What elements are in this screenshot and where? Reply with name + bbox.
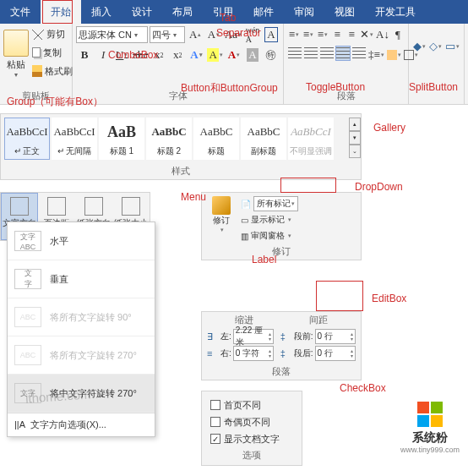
left-label: 左: bbox=[220, 331, 231, 342]
align-right-button[interactable] bbox=[319, 46, 335, 61]
replace-button[interactable]: ◇▾ bbox=[428, 37, 443, 56]
font-color-button[interactable]: A▾ bbox=[226, 46, 242, 64]
style-item[interactable]: AaBbCcI↵ 无间隔 bbox=[52, 118, 97, 160]
space-after-edit[interactable]: 0 行▴▾ bbox=[315, 346, 356, 361]
right-label: 右: bbox=[220, 347, 231, 359]
paste-button[interactable]: 粘贴 ▾ bbox=[3, 25, 29, 83]
enclose-char-button[interactable]: A bbox=[263, 25, 280, 44]
menu-item-vertical[interactable]: 文字垂直 bbox=[8, 260, 155, 298]
show-marks-button[interactable]: ¶ bbox=[391, 25, 405, 44]
menu-item-options[interactable]: ||A文字方向选项(X)... bbox=[8, 413, 155, 436]
decrease-indent-button[interactable]: ≡ bbox=[330, 25, 344, 44]
text-direction-menu: 文字 ABC水平 文字垂直 ABC将所有文字旋转 90° ABC将所有文字旋转 … bbox=[7, 222, 155, 437]
show-text-checkbox[interactable]: ✓ bbox=[210, 434, 220, 444]
style-item[interactable]: AaBbCcI↵ 正文 bbox=[4, 118, 50, 160]
pen-icon bbox=[212, 196, 231, 215]
site-url: www.tiny999.com bbox=[400, 446, 460, 454]
cut-button[interactable]: 剪切 bbox=[30, 25, 74, 42]
chevron-down-icon[interactable]: ▾ bbox=[349, 131, 361, 145]
bold-button[interactable]: B bbox=[76, 46, 93, 64]
show-markup-button[interactable]: ▭显示标记▾ bbox=[241, 212, 298, 227]
indent-right-edit[interactable]: 0 字符▴▾ bbox=[233, 346, 274, 361]
menu-item-asian-270[interactable]: 文字将中文字符旋转 270° bbox=[8, 375, 155, 413]
tracking-label: 修订 bbox=[207, 243, 356, 260]
chevron-up-icon[interactable]: ▴ bbox=[349, 118, 361, 131]
space-before-edit[interactable]: 0 行▴▾ bbox=[315, 329, 356, 344]
indent-left-edit[interactable]: 2.22 厘米▴▾ bbox=[233, 329, 274, 344]
first-page-checkbox[interactable] bbox=[210, 400, 220, 410]
line-spacing-button[interactable]: ‡≡▾ bbox=[367, 46, 385, 64]
tab-mailings[interactable]: 邮件 bbox=[243, 0, 284, 24]
style-item[interactable]: AaBbC标题 2 bbox=[146, 118, 192, 160]
group-paragraph: ≡▾ ≡▾ ≡▾ ≡ ≡ ✕▾ A↓ ¶ ‡≡▾ ▾ ▾ 段落 bbox=[284, 24, 409, 104]
style-item[interactable]: AaBbCcI不明显强调 bbox=[288, 118, 334, 160]
italic-button[interactable]: I bbox=[95, 46, 112, 64]
change-case-button[interactable]: Aa▾ bbox=[224, 25, 242, 44]
space-after-icon: ‡ bbox=[280, 347, 292, 359]
justify-button[interactable] bbox=[335, 46, 351, 61]
indent-left-icon: ∃ bbox=[207, 331, 219, 342]
gallery-spinner[interactable]: ▴▾⌄ bbox=[349, 118, 361, 158]
group-font: 思源宋体 CN▾ 四号▾ A▴ A▾ Aa▾ wénA A B I U▾ abc… bbox=[73, 24, 284, 104]
find-button[interactable]: ◆▾ bbox=[412, 37, 427, 56]
font-family-combo[interactable]: 思源宋体 CN▾ bbox=[76, 26, 148, 43]
enclose-circle-button[interactable]: ㊕ bbox=[263, 46, 280, 64]
vertical-icon: 文字 bbox=[14, 269, 41, 289]
tab-references[interactable]: 引用 bbox=[203, 0, 243, 24]
text-effects-button[interactable]: A▾ bbox=[188, 46, 204, 64]
rotate270-icon: ABC bbox=[14, 345, 41, 365]
tab-layout[interactable]: 布局 bbox=[162, 0, 203, 24]
shading-button[interactable]: ▾ bbox=[386, 46, 402, 64]
styles-gallery[interactable]: AaBbCcI↵ 正文 AaBbCcI↵ 无间隔 AaB标题 1 AaBbC标题… bbox=[1, 114, 361, 163]
distributed-button[interactable] bbox=[351, 46, 367, 61]
after-label: 段后: bbox=[294, 347, 313, 359]
indent-label: 段落 bbox=[207, 364, 356, 380]
format-painter-button[interactable]: 格式刷 bbox=[30, 63, 74, 79]
sort-button[interactable]: A↓ bbox=[375, 25, 390, 44]
strikethrough-button[interactable]: abc bbox=[132, 46, 149, 64]
odd-even-checkbox[interactable] bbox=[210, 417, 220, 427]
shrink-font-button[interactable]: A▾ bbox=[205, 25, 222, 44]
style-item[interactable]: AaBbC副标题 bbox=[241, 118, 286, 160]
asian-layout-button[interactable]: ✕▾ bbox=[359, 25, 374, 44]
bullets-button[interactable]: ≡▾ bbox=[287, 25, 301, 44]
char-shading-button[interactable]: A bbox=[244, 46, 261, 64]
track-changes-button[interactable]: 修订 ▾ bbox=[207, 196, 236, 243]
horizontal-icon: 文字 ABC bbox=[14, 231, 41, 251]
style-item[interactable]: AaB标题 1 bbox=[99, 118, 144, 160]
microsoft-logo-icon bbox=[417, 402, 443, 427]
paste-label: 粘贴 bbox=[7, 58, 25, 71]
multilevel-list-button[interactable]: ≡▾ bbox=[316, 25, 329, 44]
tab-developer[interactable]: 开发工具 bbox=[365, 0, 426, 24]
underline-button[interactable]: U▾ bbox=[113, 46, 130, 64]
increase-indent-button[interactable]: ≡ bbox=[345, 25, 358, 44]
subscript-button[interactable]: x2 bbox=[150, 46, 167, 64]
highlight-button[interactable]: A▾ bbox=[206, 46, 223, 64]
select-button[interactable]: ▭▾ bbox=[444, 37, 460, 56]
tab-review[interactable]: 审阅 bbox=[284, 0, 324, 24]
align-left-button[interactable] bbox=[287, 46, 302, 61]
font-size-combo[interactable]: 四号▾ bbox=[150, 26, 185, 43]
tab-home[interactable]: 开始 bbox=[41, 0, 81, 24]
copy-button[interactable]: 复制 bbox=[30, 44, 74, 61]
menu-item-horizontal[interactable]: 文字 ABC水平 bbox=[8, 222, 155, 260]
tab-insert[interactable]: 插入 bbox=[81, 0, 122, 24]
superscript-button[interactable]: x2 bbox=[169, 46, 186, 64]
markup-dropdown[interactable]: 所有标记▾ bbox=[253, 196, 298, 211]
grow-font-button[interactable]: A▴ bbox=[187, 25, 204, 44]
anno-gallery: Gallery bbox=[373, 122, 405, 134]
tab-file[interactable]: 文件 bbox=[0, 0, 41, 24]
style-item[interactable]: AaBbC标题 bbox=[193, 118, 239, 160]
before-label: 段前: bbox=[294, 331, 313, 342]
numbering-button[interactable]: ≡▾ bbox=[302, 25, 315, 44]
tab-design[interactable]: 设计 bbox=[122, 0, 162, 24]
tab-view[interactable]: 视图 bbox=[324, 0, 365, 24]
pane-icon: ▥ bbox=[241, 232, 248, 241]
reviewing-pane-button[interactable]: ▥审阅窗格▾ bbox=[241, 228, 298, 243]
expand-icon[interactable]: ⌄ bbox=[349, 145, 361, 158]
align-center-button[interactable] bbox=[303, 46, 318, 61]
text-direction-icon bbox=[10, 197, 29, 216]
phonetic-guide-button[interactable]: wénA bbox=[244, 25, 261, 44]
anno-dropdown: DropDown bbox=[355, 181, 403, 193]
menu-item-rotate-270: ABC将所有文字旋转 270° bbox=[8, 336, 155, 375]
